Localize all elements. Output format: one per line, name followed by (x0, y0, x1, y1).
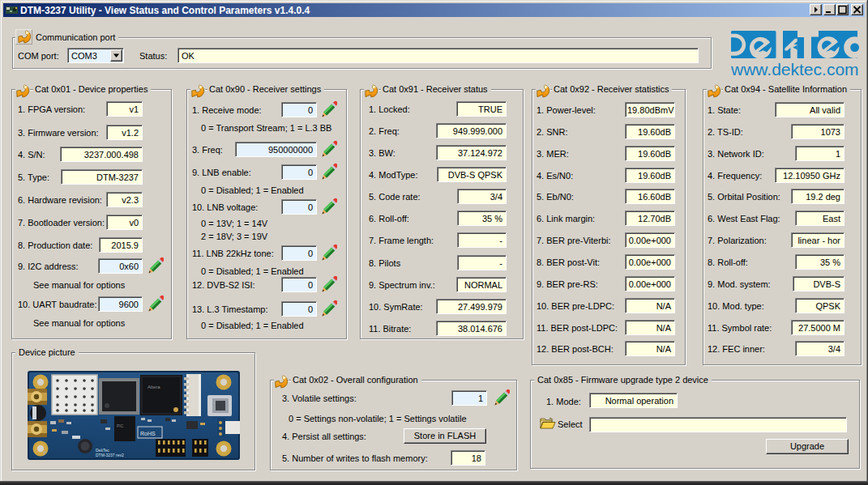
svg-text:Altera: Altera (148, 385, 160, 389)
svg-text:www.dektec.com: www.dektec.com (731, 60, 859, 77)
svg-text:P: P (43, 450, 47, 456)
svg-text:RoHS: RoHS (140, 431, 156, 436)
svg-text:DTM-3237 rev2: DTM-3237 rev2 (96, 453, 124, 457)
svg-text:PIC: PIC (117, 423, 124, 428)
